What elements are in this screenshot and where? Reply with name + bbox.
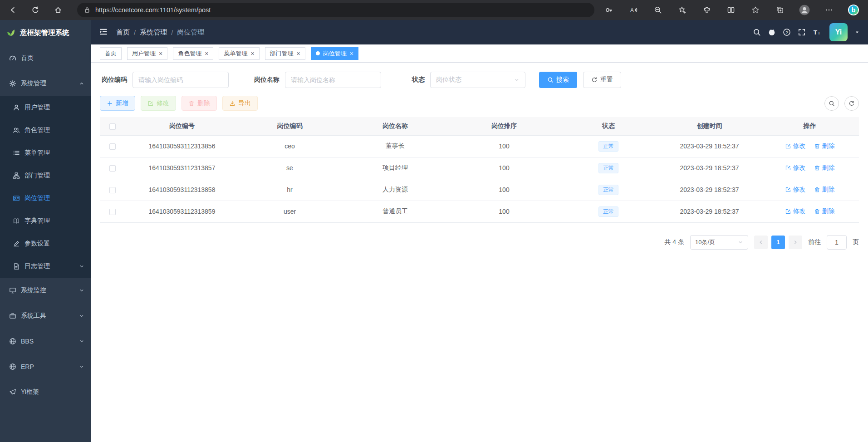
search-icon	[829, 100, 835, 107]
show-search-toggle-button[interactable]	[824, 96, 839, 111]
row-checkbox[interactable]	[109, 209, 116, 215]
sidebar-item-dict-mgmt[interactable]: 字典管理	[0, 210, 91, 232]
breadcrumb-system-mgmt[interactable]: 系统管理	[140, 28, 167, 37]
reset-button[interactable]: 重置	[583, 72, 621, 88]
close-icon[interactable]: ×	[205, 50, 208, 57]
status-select[interactable]: 岗位状态	[430, 72, 525, 88]
row-checkbox[interactable]	[109, 165, 116, 172]
tab-menu-mgmt[interactable]: 菜单管理 ×	[219, 47, 259, 60]
search-button[interactable]: 搜索	[539, 72, 577, 88]
browser-nav-buttons	[5, 2, 66, 18]
tab-user-mgmt[interactable]: 用户管理 ×	[127, 47, 167, 60]
sidebar-item-param-settings[interactable]: 参数设置	[0, 232, 91, 255]
add-favorite-button[interactable]	[674, 2, 691, 18]
cell-post-name: 人力资源	[341, 179, 450, 201]
split-screen-button[interactable]	[723, 2, 739, 18]
row-delete-link[interactable]: 删除	[814, 164, 835, 172]
page-size-select[interactable]: 10条/页	[690, 235, 748, 250]
sidebar-item-yi-framework[interactable]: Yi框架	[0, 379, 91, 405]
header-search-button[interactable]	[753, 28, 761, 36]
browser-refresh-button[interactable]	[27, 2, 44, 18]
cell-post-name: 董事长	[341, 135, 450, 157]
browser-home-button[interactable]	[50, 2, 66, 18]
sidebar-item-home[interactable]: 首页	[0, 45, 91, 71]
row-checkbox[interactable]	[109, 187, 116, 193]
copilot-button[interactable]	[845, 2, 862, 18]
fullscreen-button[interactable]	[798, 28, 806, 36]
table-toolbar: 新增 修改 删除 导出	[100, 96, 859, 111]
org-tree-icon	[13, 172, 20, 179]
edit-icon	[785, 143, 791, 149]
close-icon[interactable]: ×	[297, 50, 300, 57]
browser-menu-button[interactable]	[821, 2, 837, 18]
row-delete-link[interactable]: 删除	[814, 142, 835, 150]
prev-page-button[interactable]	[754, 236, 768, 249]
tab-role-mgmt[interactable]: 角色管理 ×	[173, 47, 213, 60]
sidebar-item-erp[interactable]: ERP	[0, 354, 91, 379]
extensions-button[interactable]	[699, 2, 715, 18]
github-button[interactable]	[768, 28, 776, 36]
tab-dept-mgmt[interactable]: 部门管理 ×	[265, 47, 305, 60]
zoom-out-button[interactable]	[650, 2, 666, 18]
tab-label: 部门管理	[270, 49, 294, 58]
post-table: 岗位编号 岗位编码 岗位名称 岗位排序 状态 创建时间 操作 164103059…	[100, 117, 859, 223]
tab-post-mgmt[interactable]: 岗位管理 ×	[311, 47, 358, 60]
row-edit-link[interactable]: 修改	[785, 142, 806, 150]
table-row: 1641030593112313859 user 普通员工 100 正常 202…	[100, 201, 859, 222]
select-all-checkbox[interactable]	[109, 123, 116, 130]
status-badge: 正常	[598, 163, 618, 173]
sidebar-item-system-mgmt[interactable]: 系统管理	[0, 71, 91, 96]
sidebar-item-dept-mgmt[interactable]: 部门管理	[0, 164, 91, 187]
chevron-right-icon	[792, 239, 799, 246]
refresh-table-button[interactable]	[844, 96, 859, 111]
goto-page-input[interactable]	[827, 235, 847, 250]
status-select-placeholder: 岗位状态	[436, 76, 461, 84]
close-icon[interactable]: ×	[350, 50, 353, 57]
row-edit-link[interactable]: 修改	[785, 164, 806, 172]
close-icon[interactable]: ×	[250, 50, 254, 57]
user-menu-button[interactable]	[854, 29, 860, 35]
tab-label: 菜单管理	[224, 49, 247, 58]
read-aloud-button[interactable]	[625, 2, 642, 18]
sidebar-item-system-tools[interactable]: 系统工具	[0, 303, 91, 329]
saved-passwords-button[interactable]	[601, 2, 617, 18]
refresh-icon	[848, 100, 855, 107]
sidebar-item-bbs[interactable]: BBS	[0, 329, 91, 354]
row-delete-link[interactable]: 删除	[814, 207, 835, 216]
sidebar-item-log-mgmt[interactable]: 日志管理	[0, 255, 91, 278]
sidebar-item-post-mgmt[interactable]: 岗位管理	[0, 187, 91, 210]
font-size-button[interactable]	[813, 28, 821, 36]
collections-button[interactable]	[772, 2, 788, 18]
sidebar-collapse-button[interactable]	[99, 27, 108, 38]
app-logo[interactable]: 意框架管理系统	[0, 20, 91, 45]
export-button[interactable]: 导出	[222, 96, 258, 111]
page-number-1[interactable]: 1	[771, 236, 785, 249]
edit-icon	[785, 165, 791, 171]
table-row: 1641030593112313857 se 项目经理 100 正常 2023-…	[100, 157, 859, 179]
sidebar-item-role-mgmt[interactable]: 角色管理	[0, 119, 91, 142]
post-code-input[interactable]	[132, 72, 229, 88]
user-avatar[interactable]: Yi	[829, 23, 848, 41]
browser-profile-button[interactable]	[796, 2, 813, 18]
address-bar[interactable]: https://ccnetcore.com:1101/system/post	[77, 3, 594, 17]
favorites-button[interactable]	[747, 2, 764, 18]
sidebar-item-menu-mgmt[interactable]: 菜单管理	[0, 142, 91, 164]
row-delete-link[interactable]: 删除	[814, 186, 835, 194]
next-page-button[interactable]	[789, 236, 802, 249]
close-icon[interactable]: ×	[159, 50, 162, 57]
breadcrumb-home[interactable]: 首页	[116, 28, 130, 37]
browser-back-button[interactable]	[5, 2, 21, 18]
sidebar-item-user-mgmt[interactable]: 用户管理	[0, 96, 91, 119]
delete-button[interactable]: 删除	[181, 96, 217, 111]
post-name-input[interactable]	[285, 72, 381, 88]
row-edit-link[interactable]: 修改	[785, 207, 806, 216]
sidebar-item-system-monitor[interactable]: 系统监控	[0, 278, 91, 303]
chevron-down-icon	[79, 264, 84, 269]
delete-button-label: 删除	[197, 99, 210, 108]
help-button[interactable]	[783, 28, 791, 36]
row-edit-link[interactable]: 修改	[785, 186, 806, 194]
tab-home[interactable]: 首页	[100, 47, 122, 60]
add-button[interactable]: 新增	[100, 96, 135, 111]
edit-button[interactable]: 修改	[141, 96, 176, 111]
row-checkbox[interactable]	[109, 143, 116, 150]
